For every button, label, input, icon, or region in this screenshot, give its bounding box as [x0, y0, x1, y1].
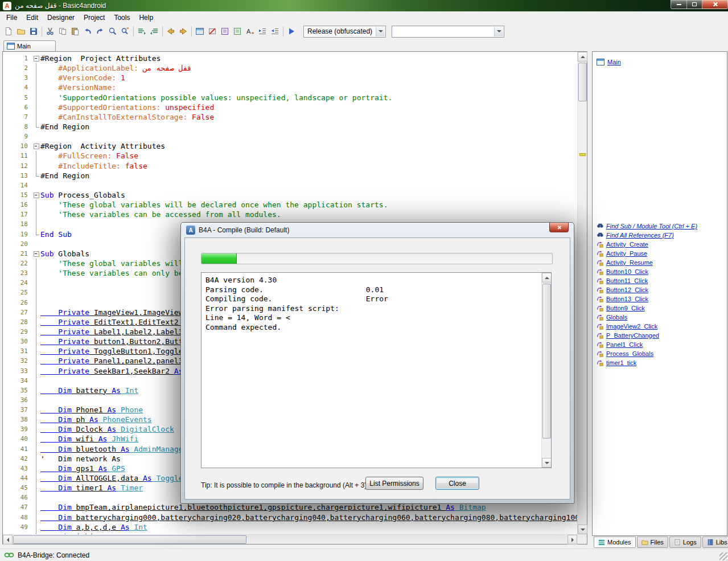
sub-link[interactable]: P_BatteryChanged: [606, 332, 659, 339]
code-line[interactable]: 9: [3, 132, 577, 141]
scroll-up-arrow-icon[interactable]: [578, 52, 587, 62]
toolbar-button-paste[interactable]: [69, 25, 81, 38]
scroll-down-arrow-icon[interactable]: [542, 458, 552, 468]
fold-marker[interactable]: [32, 473, 40, 483]
dialog-close-action-button[interactable]: Close: [435, 477, 479, 490]
toolbar-button-compile-run[interactable]: [285, 25, 298, 38]
code-line[interactable]: 3 #VersionCode: 1: [3, 73, 577, 83]
code-line[interactable]: 15Sub Process_Globals: [3, 190, 577, 200]
panel-tab-files[interactable]: Files: [637, 537, 668, 548]
code-line[interactable]: 16 'These global variables will be decla…: [3, 200, 577, 210]
toolbar-button-module-tool[interactable]: [231, 25, 244, 38]
code-line[interactable]: 10#Region Activity Attributes: [3, 141, 577, 151]
fold-marker[interactable]: [32, 513, 40, 522]
editor-horizontal-scrollbar[interactable]: [3, 534, 577, 544]
sub-item-button12_click[interactable]: Button12_Click: [593, 285, 727, 294]
code-line[interactable]: 14: [3, 181, 577, 190]
dialog-close-button[interactable]: [549, 223, 569, 232]
sub-item-p_batterychanged[interactable]: P_BatteryChanged: [593, 331, 727, 340]
fold-marker[interactable]: [32, 171, 40, 181]
fold-marker[interactable]: [32, 278, 40, 288]
code-line[interactable]: 8#End Region: [3, 122, 577, 132]
fold-marker[interactable]: [32, 346, 40, 356]
toolbar-button-find[interactable]: [106, 25, 119, 38]
menu-help[interactable]: Help: [134, 12, 158, 23]
log-vertical-scrollbar[interactable]: [541, 273, 551, 468]
fold-marker[interactable]: [32, 259, 40, 268]
toolbar-button-find-replace[interactable]: [119, 25, 131, 38]
fold-marker[interactable]: [32, 415, 40, 424]
code-line[interactable]: 47 Dim bmpTeam,airplanepicture1,bluetoot…: [3, 502, 577, 512]
toolbar-button-designer-disconnect[interactable]: [206, 25, 219, 38]
maximize-button[interactable]: [687, 0, 702, 9]
sub-item-activity_pause[interactable]: Activity_Pause: [593, 249, 727, 258]
scroll-right-arrow-icon[interactable]: [567, 535, 577, 544]
sub-item-button11_click[interactable]: Button11_Click: [593, 276, 727, 285]
sub-link[interactable]: Button11_Click: [606, 277, 648, 284]
fold-marker[interactable]: [32, 395, 40, 405]
fold-marker[interactable]: [32, 200, 40, 210]
sidebar-tool-find-sub-module[interactable]: Find Sub / Module Tool (Ctrl + E): [593, 222, 727, 231]
code-line[interactable]: 5 'SupportedOrientations possible values…: [3, 93, 577, 103]
menu-file[interactable]: File: [2, 12, 22, 23]
sub-link[interactable]: ImageView2_Click: [606, 323, 657, 330]
dialog-titlebar[interactable]: A B4A - Compile (Build: Default): [181, 223, 574, 237]
code-line[interactable]: 6 #SupportedOrientations: unspecified: [3, 103, 577, 112]
fold-marker[interactable]: [32, 161, 40, 171]
toolbar-button-outdent[interactable]: [269, 25, 281, 38]
fold-marker[interactable]: [32, 122, 40, 132]
fold-marker[interactable]: [32, 317, 40, 327]
fold-marker[interactable]: [32, 288, 40, 297]
build-configuration-dropdown[interactable]: Release (obfuscated): [303, 26, 386, 38]
sub-item-button9_click[interactable]: Button9_Click: [593, 304, 727, 313]
fold-marker[interactable]: [32, 93, 40, 103]
compile-log[interactable]: B4A version 4.30Parsing code. 0.01Compil…: [201, 272, 552, 468]
device-dropdown[interactable]: [392, 26, 504, 38]
fold-marker[interactable]: [32, 424, 40, 434]
code-line[interactable]: 17 'These variables can be accessed from…: [3, 210, 577, 219]
fold-marker[interactable]: [32, 83, 40, 92]
toolbar-button-font-size[interactable]: A: [244, 25, 256, 38]
resize-grip[interactable]: [719, 552, 727, 560]
panel-tab-modules[interactable]: Modules: [594, 537, 636, 548]
sub-link[interactable]: Globals: [606, 314, 627, 321]
vertical-scroll-thumb[interactable]: [578, 63, 587, 101]
fold-marker[interactable]: [32, 73, 40, 83]
code-line[interactable]: 1#Region Project Attributes: [3, 54, 577, 63]
sub-link[interactable]: timer1_tick: [606, 359, 636, 366]
fold-marker[interactable]: [32, 493, 40, 502]
menu-edit[interactable]: Edit: [22, 12, 43, 23]
toolbar-button-uncomment[interactable]: [148, 25, 161, 38]
menu-project[interactable]: Project: [79, 12, 109, 23]
tool-link[interactable]: Find Sub / Module Tool (Ctrl + E): [606, 223, 697, 230]
sub-link[interactable]: Activity_Resume: [606, 259, 653, 266]
sub-link[interactable]: Panel1_Click: [606, 341, 643, 348]
toolbar-button-navigate-forward[interactable]: [177, 25, 190, 38]
fold-marker[interactable]: [32, 308, 40, 317]
sub-link[interactable]: Button13_Click: [606, 296, 648, 302]
code-line[interactable]: 48 Dim batterycharging000,batterychargin…: [3, 513, 577, 522]
sub-link[interactable]: Button12_Click: [606, 286, 648, 293]
fold-marker[interactable]: [32, 219, 40, 229]
sub-link[interactable]: Activity_Create: [606, 241, 648, 248]
fold-marker[interactable]: [32, 376, 40, 386]
fold-marker[interactable]: [32, 298, 40, 308]
fold-marker[interactable]: [32, 210, 40, 219]
module-link[interactable]: Main: [607, 59, 621, 65]
tab-main[interactable]: Main: [3, 40, 56, 51]
sub-item-timer1_tick[interactable]: timer1_tick: [593, 358, 727, 367]
module-item-main[interactable]: Main: [593, 58, 727, 67]
list-permissions-button[interactable]: List Permissions: [365, 477, 423, 490]
fold-marker[interactable]: [32, 230, 40, 239]
sub-item-process_globals[interactable]: Process_Globals: [593, 349, 727, 358]
toolbar-button-indent[interactable]: [256, 25, 269, 38]
fold-marker[interactable]: [32, 103, 40, 112]
fold-marker[interactable]: [32, 434, 40, 444]
fold-marker[interactable]: [32, 151, 40, 161]
code-line[interactable]: 7 #CanInstallToExternalStorage: False: [3, 112, 577, 122]
code-line[interactable]: 4 #VersionName:: [3, 83, 577, 92]
toolbar-button-copy[interactable]: [56, 25, 69, 38]
code-line[interactable]: 2 #ApplicationLabel: قفل صفحه من: [3, 63, 577, 73]
scroll-up-arrow-icon[interactable]: [542, 273, 552, 282]
fold-marker[interactable]: [32, 464, 40, 473]
